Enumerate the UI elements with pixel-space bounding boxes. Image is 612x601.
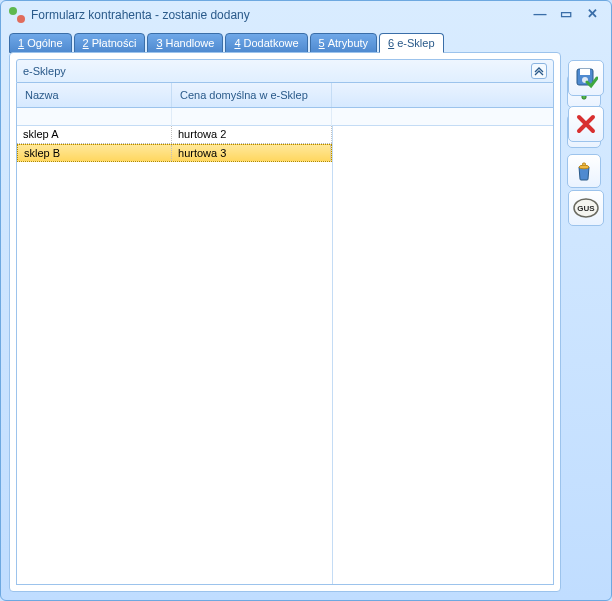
tab-esklep[interactable]: 6e-Sklep [379,33,443,53]
tab-panel: e-Sklepy Nazwa Cena domyślna w e-Sklep [9,52,561,592]
gus-icon: GUS [572,197,600,219]
group-title: e-Sklepy [23,65,531,77]
table-row[interactable]: sklep A hurtowa 2 [17,126,332,144]
titlebar: Formularz kontrahenta - zostanie dodany … [1,1,611,29]
svg-text:GUS: GUS [577,204,595,213]
cancel-button[interactable] [568,106,604,142]
maximize-button[interactable]: ▭ [555,6,577,24]
gus-button[interactable]: GUS [568,190,604,226]
tab-handlowe[interactable]: 3Handlowe [147,33,223,53]
group-header: e-Sklepy [16,59,554,83]
close-window-button[interactable]: ✕ [581,6,603,24]
tab-atrybuty[interactable]: 5Atrybuty [310,33,377,53]
cell-nazwa: sklep B [18,145,172,161]
grid: Nazwa Cena domyślna w e-Sklep sklep A hu… [16,83,554,585]
tab-strip: 1Ogólne 2Płatności 3Handlowe 4Dodatkowe … [9,33,603,53]
app-icon [9,7,25,23]
grid-rows: sklep A hurtowa 2 sklep B hurtowa 3 [17,126,333,584]
cell-nazwa: sklep A [17,126,172,143]
table-row[interactable]: sklep B hurtowa 3 [17,144,332,162]
column-header-nazwa[interactable]: Nazwa [17,83,172,107]
filter-cell-nazwa[interactable] [17,108,172,126]
save-button[interactable] [568,60,604,96]
grid-filter-row[interactable] [17,108,553,126]
grid-header: Nazwa Cena domyślna w e-Sklep [17,83,553,108]
tab-platnosci[interactable]: 2Płatności [74,33,146,53]
content-area: 1Ogólne 2Płatności 3Handlowe 4Dodatkowe … [1,29,611,600]
x-red-icon [575,113,597,135]
main-row: e-Sklepy Nazwa Cena domyślna w e-Sklep [9,52,603,592]
grid-body: sklep A hurtowa 2 sklep B hurtowa 3 [17,126,553,584]
filter-cell-cena[interactable] [172,108,332,126]
minimize-button[interactable]: — [529,6,551,24]
tab-ogolne[interactable]: 1Ogólne [9,33,72,53]
tab-dodatkowe[interactable]: 4Dodatkowe [225,33,307,53]
svg-rect-7 [580,69,590,75]
column-header-cena[interactable]: Cena domyślna w e-Sklep [172,83,332,107]
cell-cena: hurtowa 2 [172,126,332,143]
chevron-up-icon [534,66,544,76]
disk-check-icon [574,66,598,90]
collapse-button[interactable] [531,63,547,79]
window-title: Formularz kontrahenta - zostanie dodany [31,8,525,22]
cell-cena: hurtowa 3 [172,145,331,161]
window: Formularz kontrahenta - zostanie dodany … [0,0,612,601]
outer-toolbar: GUS [568,60,604,226]
